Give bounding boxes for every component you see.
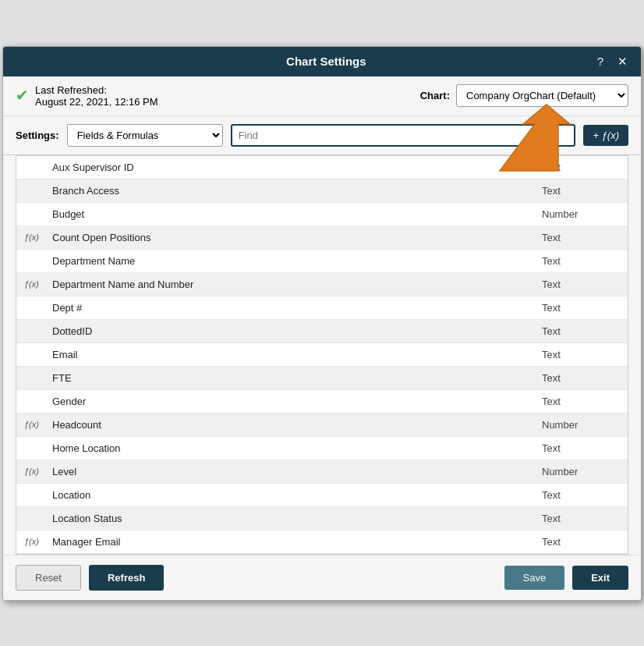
title-bar: Chart Settings ? ✕	[3, 47, 641, 76]
exit-button[interactable]: Exit	[572, 566, 628, 590]
refresh-info: ✔ Last Refreshed: August 22, 2021, 12:16…	[16, 84, 158, 108]
table-row[interactable]: Dept #Text	[16, 296, 628, 320]
field-name: Department Name and Number	[52, 279, 542, 290]
field-name: Count Open Positions	[52, 232, 542, 243]
table-row[interactable]: Branch AccessText	[16, 179, 628, 203]
field-name: Branch Access	[52, 185, 542, 197]
table-row[interactable]: LocationText	[16, 484, 628, 507]
field-type: Text	[542, 349, 620, 360]
footer-right: Save Exit	[504, 566, 628, 590]
field-type: Number	[542, 419, 620, 431]
settings-bar-inner: Fields & Formulas Layout Data + ƒ(x)	[67, 124, 628, 147]
table-row[interactable]: ƒ(x)Manager EmailText	[16, 531, 628, 554]
field-name: Location Status	[52, 513, 542, 524]
save-button[interactable]: Save	[504, 566, 565, 590]
table-row[interactable]: Location StatusText	[16, 507, 628, 531]
chart-select[interactable]: Company OrgChart (Default) Other Chart	[456, 84, 628, 107]
field-type: Text	[542, 232, 620, 243]
formula-icon: ƒ(x)	[24, 279, 52, 289]
field-name: Email	[52, 349, 542, 360]
help-button[interactable]: ?	[593, 53, 607, 69]
field-name: FTE	[52, 372, 542, 384]
field-type: Text	[542, 536, 620, 548]
table-row[interactable]: ƒ(x)Department Name and NumberText	[16, 273, 628, 296]
field-name: Level	[52, 466, 542, 477]
refresh-text: Last Refreshed: August 22, 2021, 12:16 P…	[35, 84, 158, 108]
refresh-date: August 22, 2021, 12:16 PM	[35, 96, 158, 108]
table-row[interactable]: GenderText	[16, 390, 628, 414]
field-name: Home Location	[52, 442, 542, 454]
field-type: Number	[542, 466, 620, 477]
settings-select[interactable]: Fields & Formulas Layout Data	[67, 124, 223, 147]
footer-left: Reset Refresh	[16, 565, 497, 591]
chart-section: Chart: Company OrgChart (Default) Other …	[420, 84, 628, 107]
field-type: Text	[542, 442, 620, 454]
field-type: Text	[542, 185, 620, 197]
field-name: Dept #	[52, 302, 542, 314]
refresh-button[interactable]: Refresh	[89, 565, 164, 591]
field-type: Text	[542, 489, 620, 501]
table-row[interactable]: FTEText	[16, 367, 628, 390]
field-type: Number	[542, 208, 620, 220]
close-button[interactable]: ✕	[614, 53, 632, 70]
field-name: Headcount	[52, 419, 542, 431]
table-row[interactable]: ƒ(x)LevelNumber	[16, 460, 628, 484]
formula-icon: ƒ(x)	[24, 467, 52, 476]
fields-table: Aux Supervisor IDTextBranch AccessTextBu…	[16, 155, 628, 555]
title-bar-actions: ? ✕	[593, 53, 632, 70]
field-name: Budget	[52, 208, 542, 220]
chart-settings-dialog: Chart Settings ? ✕ ✔ Last Refreshed: Aug…	[2, 46, 642, 601]
field-type: Text	[542, 513, 620, 524]
table-row[interactable]: Department NameText	[16, 250, 628, 273]
table-row[interactable]: ƒ(x)Count Open PositionsText	[16, 226, 628, 250]
field-name: Department Name	[52, 255, 542, 267]
field-type: Text	[542, 372, 620, 384]
refresh-label: Last Refreshed:	[35, 84, 158, 96]
settings-label: Settings:	[16, 130, 59, 141]
field-type: Text	[542, 279, 620, 290]
field-name: Manager Email	[52, 536, 542, 548]
field-type: Text	[542, 162, 620, 173]
table-row[interactable]: EmailText	[16, 343, 628, 367]
dialog-title: Chart Settings	[59, 55, 593, 68]
find-input[interactable]	[231, 124, 576, 147]
field-type: Text	[542, 255, 620, 267]
top-section: ✔ Last Refreshed: August 22, 2021, 12:16…	[3, 76, 641, 116]
check-icon: ✔	[16, 86, 29, 105]
formula-icon: ƒ(x)	[24, 537, 52, 546]
formula-icon: ƒ(x)	[24, 420, 52, 429]
settings-bar: Settings: Fields & Formulas Layout Data …	[3, 116, 641, 155]
formula-button[interactable]: + ƒ(x)	[583, 125, 628, 146]
field-type: Text	[542, 302, 620, 314]
table-row[interactable]: BudgetNumber	[16, 203, 628, 226]
table-row[interactable]: Aux Supervisor IDText	[16, 156, 628, 179]
table-row[interactable]: ƒ(x)HeadcountNumber	[16, 414, 628, 437]
formula-icon: ƒ(x)	[24, 232, 52, 242]
field-name: Gender	[52, 396, 542, 407]
footer: Reset Refresh Save Exit	[3, 555, 641, 600]
chart-label: Chart:	[420, 90, 450, 101]
field-type: Text	[542, 325, 620, 337]
table-row[interactable]: Home LocationText	[16, 437, 628, 460]
field-type: Text	[542, 396, 620, 407]
field-name: Aux Supervisor ID	[52, 162, 542, 173]
field-name: DottedID	[52, 325, 542, 337]
field-name: Location	[52, 489, 542, 501]
reset-button[interactable]: Reset	[16, 565, 81, 591]
table-row[interactable]: DottedIDText	[16, 320, 628, 343]
